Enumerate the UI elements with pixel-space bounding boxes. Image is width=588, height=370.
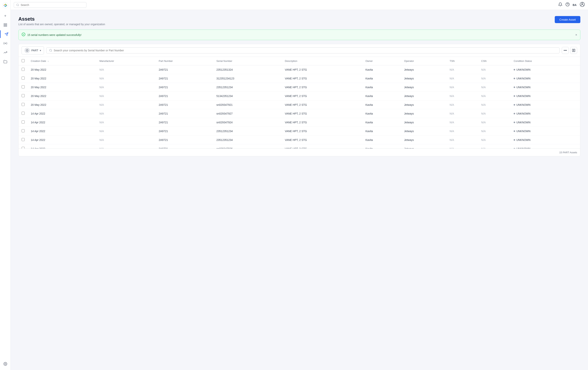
table-row[interactable]: 14 Apr 2022 N/A 2A9721 sn029347924 VANE … [19, 118, 580, 127]
table-row[interactable]: 14 Apr 2022 N/A 2A9721 23512351234 VANE … [19, 127, 580, 136]
notification-icon[interactable] [558, 2, 562, 8]
cell-serial-number-4: sn029347921 [213, 100, 282, 109]
row-checkbox-cell[interactable] [19, 109, 28, 118]
row-checkbox-3[interactable] [21, 94, 25, 97]
status-text-8: UNKNOWN [516, 139, 530, 141]
table-scroll-area: Creation Date ↓ Manufacturer Part Number… [19, 57, 580, 149]
row-checkbox-0[interactable] [21, 68, 25, 71]
status-dot-8 [514, 139, 515, 141]
cell-serial-number-3: 51342351234 [213, 92, 282, 100]
sidebar-item-flights[interactable] [0, 30, 10, 38]
cell-manufacturer-1: N/A [96, 74, 156, 83]
chevron-down-icon: ▾ [40, 49, 41, 52]
user-initials: BA [573, 3, 577, 7]
cell-creation-date-5: 14 Apr 2022 [28, 109, 96, 118]
svg-point-6 [5, 363, 6, 364]
row-checkbox-cell[interactable] [19, 144, 28, 149]
row-checkbox-cell[interactable] [19, 100, 28, 109]
status-text-0: UNKNOWN [516, 68, 530, 71]
row-checkbox-9[interactable] [21, 147, 25, 149]
sidebar-item-documents[interactable] [1, 58, 9, 65]
cell-part-number-4: 2A9721 [156, 100, 213, 109]
success-banner: 15 serial numbers were updated successfu… [18, 30, 580, 40]
sidebar-item-dashboard[interactable] [1, 21, 9, 29]
table-row[interactable]: 20 May 2022 N/A 2A9721 312351234123 VANE… [19, 74, 580, 83]
filter-type-label: PART [31, 49, 38, 52]
table-row[interactable]: 20 May 2022 N/A 2A9721 51342351234 VANE … [19, 92, 580, 100]
col-label-csn: CSN [481, 60, 486, 62]
app-logo [2, 2, 8, 9]
row-checkbox-5[interactable] [21, 112, 25, 115]
row-checkbox-7[interactable] [21, 129, 25, 132]
table-container: PART ▾ ••• [18, 44, 580, 156]
cell-manufacturer-6: N/A [96, 118, 156, 127]
cell-owner-9: Kavita [362, 144, 401, 149]
table-search-input[interactable] [54, 49, 557, 52]
table-row[interactable]: 14 Apr 2022 N/A 2A9721 23512351234 VANE … [19, 136, 580, 144]
row-checkbox-cell[interactable] [19, 118, 28, 127]
row-checkbox-cell[interactable] [19, 136, 28, 144]
cell-part-number-1: 2A9721 [156, 74, 213, 83]
svg-point-5 [5, 43, 6, 44]
cell-description-8: VANE HPT, 2 STG [282, 136, 362, 144]
row-checkbox-2[interactable] [21, 85, 25, 88]
select-all-checkbox[interactable] [21, 59, 25, 62]
user-avatar[interactable] [580, 2, 585, 8]
filter-type-button[interactable]: PART ▾ [21, 46, 44, 54]
row-checkbox-6[interactable] [21, 120, 25, 123]
cell-owner-3: Kavita [362, 92, 401, 100]
table-search-box[interactable] [46, 47, 559, 53]
table-row[interactable]: 20 May 2022 N/A 2A9721 23512351324 VANE … [19, 65, 580, 74]
help-icon[interactable] [566, 2, 570, 8]
cell-tsn-5: N/A [447, 109, 478, 118]
cell-creation-date-3: 20 May 2022 [28, 92, 96, 100]
cell-operator-5: Jetways [401, 109, 447, 118]
row-checkbox-cell[interactable] [19, 83, 28, 92]
cell-owner-2: Kavita [362, 83, 401, 92]
success-message: 15 serial numbers were updated successfu… [27, 33, 574, 37]
row-checkbox-cell[interactable] [19, 127, 28, 136]
cell-part-number-8: 2A9721 [156, 136, 213, 144]
status-dot-6 [514, 122, 515, 123]
status-text-4: UNKNOWN [516, 103, 530, 106]
col-header-creation-date[interactable]: Creation Date ↓ [28, 57, 96, 65]
more-options-button[interactable]: ••• [562, 47, 569, 54]
cell-manufacturer-2: N/A [96, 83, 156, 92]
table-body: 20 May 2022 N/A 2A9721 23512351324 VANE … [19, 65, 580, 149]
cell-owner-8: Kavita [362, 136, 401, 144]
table-row[interactable]: 20 May 2022 N/A 2A9721 sn029347921 VANE … [19, 100, 580, 109]
cell-description-9: VANE HPT, 2 STG [282, 144, 362, 149]
row-checkbox-cell[interactable] [19, 65, 28, 74]
row-checkbox-8[interactable] [21, 138, 25, 141]
cell-owner-4: Kavita [362, 100, 401, 109]
cell-manufacturer-0: N/A [96, 65, 156, 74]
cell-creation-date-4: 20 May 2022 [28, 100, 96, 109]
col-label-part-number: Part Number [159, 60, 173, 62]
row-checkbox-cell[interactable] [19, 92, 28, 100]
sidebar-item-maintenance[interactable] [1, 40, 9, 47]
topbar-right: BA [558, 2, 585, 8]
cell-csn-2: N/A [478, 83, 511, 92]
cell-tsn-1: N/A [447, 74, 478, 83]
sidebar-item-routing[interactable] [1, 49, 9, 56]
sidebar-item-add[interactable]: + [1, 12, 9, 20]
status-text-9: UNKNOWN [516, 147, 530, 149]
sidebar-item-settings[interactable] [1, 360, 9, 368]
select-all-header[interactable] [19, 57, 28, 65]
global-search-box[interactable] [14, 2, 86, 8]
row-checkbox-1[interactable] [21, 77, 25, 80]
cell-creation-date-7: 14 Apr 2022 [28, 127, 96, 136]
table-row[interactable]: 14 Apr 2022 N/A 2A9721 sn029347927 VANE … [19, 109, 580, 118]
table-row[interactable]: 20 May 2022 N/A 2A9721 23512351234 VANE … [19, 83, 580, 92]
create-asset-button[interactable]: Create Asset [555, 16, 580, 23]
row-checkbox-4[interactable] [21, 103, 25, 106]
columns-button[interactable] [570, 47, 577, 54]
toolbar-actions: ••• [562, 47, 577, 54]
global-search-input[interactable] [21, 3, 84, 7]
banner-close-button[interactable]: × [575, 33, 577, 37]
cell-creation-date-6: 14 Apr 2022 [28, 118, 96, 127]
cell-tsn-8: N/A [447, 136, 478, 144]
row-checkbox-cell[interactable] [19, 74, 28, 83]
table-row[interactable]: 14 Apr 2022 N/A 2A9721 sn029347926 VANE … [19, 144, 580, 149]
cell-condition-status-1: UNKNOWN [511, 74, 580, 83]
